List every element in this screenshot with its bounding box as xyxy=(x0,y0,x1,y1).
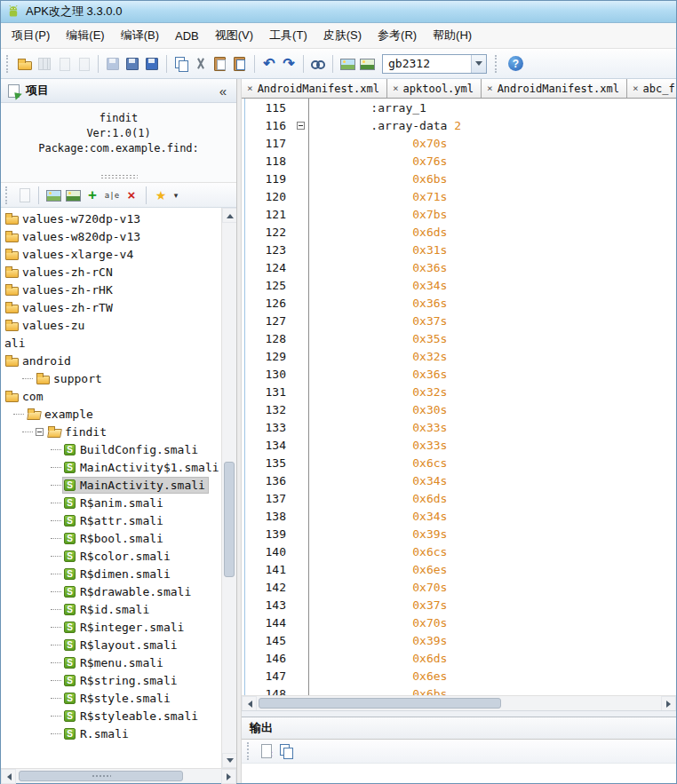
editor-line[interactable]: 121 0x7bs xyxy=(242,205,676,223)
code-line[interactable]: 0x36s xyxy=(309,258,447,276)
tree-vertical-scrollbar[interactable] xyxy=(221,208,236,768)
scroll-down-button[interactable] xyxy=(222,753,236,768)
image-editor-icon[interactable] xyxy=(64,186,82,204)
cut-icon[interactable] xyxy=(192,55,210,73)
code-line[interactable]: :array_1 xyxy=(309,99,426,116)
code-line[interactable]: 0x33s xyxy=(309,418,447,436)
code-line[interactable]: .array-data 2 xyxy=(309,116,461,134)
info-resize-grip[interactable] xyxy=(100,174,138,179)
code-line[interactable]: 0x37s xyxy=(309,596,447,614)
code-line[interactable]: 0x36s xyxy=(309,365,447,383)
tab-close-icon[interactable]: × xyxy=(487,83,493,94)
editor-line[interactable]: 145 0x39s xyxy=(242,631,676,649)
tab-1[interactable]: ×apktool.yml xyxy=(387,79,482,98)
fold-collapse-icon[interactable] xyxy=(297,122,305,130)
tree-item-R.smali[interactable]: SR.smali xyxy=(1,725,221,742)
tab-close-icon[interactable]: × xyxy=(633,83,639,94)
combo-dropdown-button[interactable] xyxy=(471,55,486,73)
editor-line[interactable]: 143 0x37s xyxy=(242,596,676,614)
tree-item-R$integer.smali[interactable]: SR$integer.smali xyxy=(1,618,221,636)
collapse-panel-button[interactable]: « xyxy=(215,83,231,99)
editor-line[interactable]: 133 0x33s xyxy=(242,418,676,436)
code-line[interactable]: 0x6cs xyxy=(309,454,447,471)
code-line[interactable]: 0x6ds xyxy=(309,649,447,667)
editor-line[interactable]: 118 0x76s xyxy=(242,152,676,170)
code-line[interactable]: 0x34s xyxy=(309,276,447,294)
editor-line[interactable]: 126 0x36s xyxy=(242,294,676,312)
code-line[interactable]: 0x36s xyxy=(309,294,447,312)
code-line[interactable]: 0x6ds xyxy=(309,489,447,507)
image-viewer-icon[interactable] xyxy=(338,55,356,73)
menu-item-8[interactable]: 帮助(H) xyxy=(425,23,480,48)
project-toolbar-grip[interactable] xyxy=(5,186,10,204)
menu-item-3[interactable]: ADB xyxy=(167,25,207,47)
code-line[interactable]: 0x6es xyxy=(309,667,447,685)
tree-item-R$layout.smali[interactable]: SR$layout.smali xyxy=(1,636,221,653)
menu-item-6[interactable]: 皮肤(S) xyxy=(315,23,370,48)
editor-line[interactable]: 117 0x70s xyxy=(242,134,676,152)
editor-line[interactable]: 135 0x6cs xyxy=(242,454,676,471)
scroll-right-button[interactable] xyxy=(221,769,236,784)
tab-close-icon[interactable]: × xyxy=(247,83,253,94)
menu-item-1[interactable]: 编辑(E) xyxy=(58,23,112,48)
tree-item-android[interactable]: android xyxy=(1,352,221,369)
tree-item-MainActivity$1.smali[interactable]: SMainActivity$1.smali xyxy=(1,458,221,476)
tree-item-R$styleable.smali[interactable]: SR$styleable.smali xyxy=(1,707,221,725)
editor-line[interactable]: 138 0x34s xyxy=(242,507,676,525)
tree-item-R$string.smali[interactable]: SR$string.smali xyxy=(1,671,221,689)
tree-item-values-xlarge-v4[interactable]: values-xlarge-v4 xyxy=(1,245,221,263)
scroll-up-button[interactable] xyxy=(222,208,236,223)
code-line[interactable]: 0x39s xyxy=(309,631,447,649)
tree-item-R$bool.smali[interactable]: SR$bool.smali xyxy=(1,529,221,547)
output-splitter[interactable] xyxy=(242,710,676,717)
editor-line[interactable]: 127 0x37s xyxy=(242,312,676,329)
editor-line[interactable]: 131 0x32s xyxy=(242,383,676,400)
tab-close-icon[interactable]: × xyxy=(393,83,399,94)
editor-line[interactable]: 125 0x34s xyxy=(242,276,676,294)
code-line[interactable]: 0x70s xyxy=(309,614,447,631)
code-line[interactable]: 0x31s xyxy=(309,241,447,258)
rename-icon[interactable]: a|e xyxy=(103,186,121,204)
vertical-scroll-thumb[interactable] xyxy=(224,462,235,577)
editor-line[interactable]: 139 0x39s xyxy=(242,525,676,542)
code-line[interactable]: 0x70s xyxy=(309,134,447,152)
editor-line[interactable]: 128 0x35s xyxy=(242,329,676,347)
code-line[interactable]: 0x30s xyxy=(309,400,447,418)
code-line[interactable]: 0x6es xyxy=(309,560,447,578)
editor-line[interactable]: 123 0x31s xyxy=(242,241,676,258)
editor-line[interactable]: 136 0x34s xyxy=(242,471,676,489)
editor-line[interactable]: 120 0x71s xyxy=(242,187,676,205)
tree-item-R$anim.smali[interactable]: SR$anim.smali xyxy=(1,494,221,511)
editor-line[interactable]: 146 0x6ds xyxy=(242,649,676,667)
tree-item-ali[interactable]: ali xyxy=(1,334,221,352)
code-line[interactable]: 0x7bs xyxy=(309,205,447,223)
horizontal-scroll-thumb[interactable] xyxy=(259,698,501,709)
paste-icon[interactable] xyxy=(211,55,229,73)
tree-item-values-w820dp-v13[interactable]: values-w820dp-v13 xyxy=(1,227,221,245)
tree-item-values-zh-rHK[interactable]: values-zh-rHK xyxy=(1,281,221,298)
save-all-icon[interactable] xyxy=(143,55,161,73)
tree-item-R$id.smali[interactable]: SR$id.smali xyxy=(1,600,221,618)
editor-line[interactable]: 132 0x30s xyxy=(242,400,676,418)
encoding-combobox[interactable]: gb2312 xyxy=(382,54,487,74)
code-line[interactable]: 0x32s xyxy=(309,383,447,400)
tree-item-findit[interactable]: findit xyxy=(1,423,221,440)
clear-output-icon[interactable]: × xyxy=(258,742,275,760)
editor-line[interactable]: 119 0x6bs xyxy=(242,170,676,187)
favorites-dropdown-icon[interactable]: ▾ xyxy=(171,186,180,204)
editor-line[interactable]: 134 0x33s xyxy=(242,436,676,454)
horizontal-scroll-thumb[interactable] xyxy=(19,771,183,781)
toolbar-grip-2[interactable] xyxy=(495,55,499,73)
code-line[interactable]: 0x37s xyxy=(309,312,447,329)
editor-line[interactable]: 147 0x6es xyxy=(242,667,676,685)
code-line[interactable]: 0x34s xyxy=(309,471,447,489)
tree-item-values-zh-rCN[interactable]: values-zh-rCN xyxy=(1,263,221,281)
favorites-icon[interactable]: ★ xyxy=(152,186,170,204)
menu-item-2[interactable]: 编译(B) xyxy=(113,23,167,48)
editor-line[interactable]: 129 0x32s xyxy=(242,347,676,365)
help-icon[interactable]: ? xyxy=(508,56,523,71)
tree-item-support[interactable]: support xyxy=(1,369,221,387)
tree-horizontal-scrollbar[interactable] xyxy=(1,768,236,783)
code-line[interactable]: 0x34s xyxy=(309,507,447,525)
tree-item-MainActivity.smali[interactable]: SMainActivity.smali xyxy=(1,476,221,494)
